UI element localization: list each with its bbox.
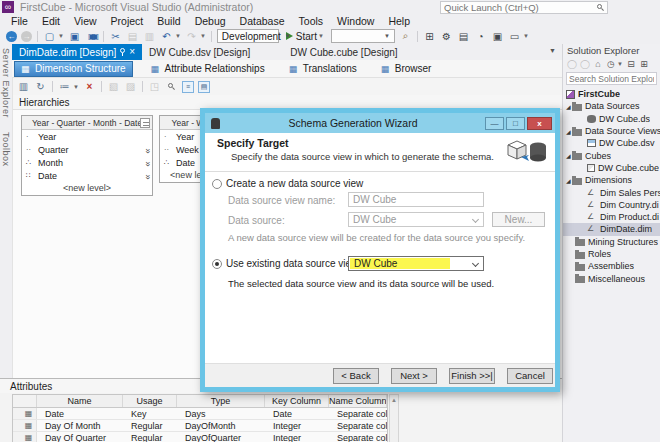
table-row[interactable]: ▦ Date Key Days Date Separate column: [13, 408, 387, 420]
show-grid-toggle-icon[interactable]: ▤: [198, 81, 210, 93]
tree-item-miscellaneous[interactable]: Miscellaneous: [563, 272, 660, 284]
radio-use-existing-dsv[interactable]: [212, 259, 222, 269]
new-file-icon[interactable]: [43, 30, 56, 43]
finish-button[interactable]: Finish >>|: [449, 368, 495, 384]
hierarchy-menu-icon[interactable]: [140, 118, 150, 128]
tab-attribute-relationships[interactable]: Attribute Relationships: [145, 61, 271, 77]
toolbar-analyzer-icon[interactable]: [474, 30, 487, 43]
tree-item-roles[interactable]: Roles: [563, 248, 660, 260]
undo-icon[interactable]: [160, 30, 173, 43]
attributes-scrollbar[interactable]: ▲: [389, 394, 399, 442]
tree-item-assemblies[interactable]: Assemblies: [563, 260, 660, 272]
zoom-mode-icon[interactable]: ▨: [124, 80, 137, 93]
paste-icon[interactable]: [143, 30, 156, 43]
tree-item-data-sources[interactable]: ◢ Data Sources: [563, 100, 660, 112]
menu-edit[interactable]: Edit: [35, 15, 67, 28]
pin-icon[interactable]: [120, 48, 125, 56]
tree-item-dim-product[interactable]: Dim Product.di: [563, 211, 660, 223]
tree-item-dim-country[interactable]: Dim Country.di: [563, 199, 660, 211]
expanded-arrow-icon[interactable]: ◢: [563, 128, 572, 135]
menu-database[interactable]: Database: [233, 15, 292, 28]
hierarchy-header[interactable]: Year - Quarter - Month - Date: [22, 116, 152, 130]
close-icon[interactable]: ×: [129, 47, 135, 57]
menu-debug[interactable]: Debug: [188, 15, 233, 28]
next-button[interactable]: Next >: [391, 368, 437, 384]
tab-translations[interactable]: Translations: [283, 61, 363, 77]
hierarchy-box-ymqd[interactable]: Year - Quarter - Month - Date · Year ·· …: [21, 115, 153, 196]
sidebar-tab-toolbox[interactable]: Toolbox: [1, 132, 11, 167]
level-row[interactable]: ·· Quarter »: [22, 143, 152, 156]
toolbar-settings-icon[interactable]: [440, 30, 453, 43]
tab-dimension-structure[interactable]: Dimension Structure: [14, 61, 133, 77]
process-icon[interactable]: ▥: [17, 80, 30, 93]
minimize-button[interactable]: —: [485, 117, 504, 130]
maximize-button[interactable]: □: [506, 117, 525, 130]
expanded-arrow-icon[interactable]: ◢: [563, 152, 572, 159]
toolbar-tool-icon[interactable]: [423, 30, 436, 43]
chevron-down-icon[interactable]: ▼: [73, 84, 79, 90]
menu-window[interactable]: Window: [330, 15, 381, 28]
quick-launch-box[interactable]: [440, 1, 608, 14]
home-icon[interactable]: ⌂: [593, 59, 603, 69]
pan-icon[interactable]: ◳: [148, 80, 161, 93]
back-icon[interactable]: ◯: [567, 59, 577, 69]
tree-item-dim-sales-person[interactable]: Dim Sales Perso: [563, 186, 660, 198]
radio-use-existing-label[interactable]: Use existing data source view: [226, 258, 358, 269]
find-icon[interactable]: [399, 30, 412, 43]
toolbar-browse-icon[interactable]: [491, 30, 504, 43]
redo-dropdown-icon[interactable]: ▼: [200, 33, 206, 39]
level-row[interactable]: ∷ Date »: [22, 169, 152, 182]
save-icon[interactable]: [68, 30, 81, 43]
pending-changes-icon[interactable]: ◷: [606, 59, 616, 69]
expanded-arrow-icon[interactable]: ◢: [563, 103, 572, 110]
tree-item-dimensions[interactable]: ◢ Dimensions: [563, 174, 660, 186]
solution-explorer-search-box[interactable]: [566, 72, 657, 85]
tab-dwcube-cube[interactable]: DW Cube.cube [Design]: [283, 44, 404, 60]
cancel-button[interactable]: Cancel: [507, 368, 553, 384]
table-row[interactable]: ▦ Day Of Quarter Regular DayOfQuarter In…: [13, 432, 387, 442]
collapse-all-icon[interactable]: ⊟: [626, 59, 636, 69]
tree-item-dwcube-cube[interactable]: DW Cube.cube: [563, 162, 660, 174]
radio-create-new-dsv[interactable]: [212, 179, 222, 189]
add-attribute-icon[interactable]: ≔: [58, 80, 71, 93]
reconnect-icon[interactable]: ↻: [34, 80, 47, 93]
table-row[interactable]: ▦ Day Of Month Regular DayOfMonth Intege…: [13, 420, 387, 432]
tree-item-firstcube[interactable]: FirstCube: [563, 88, 660, 100]
new-file-dropdown-icon[interactable]: ▼: [58, 33, 64, 39]
delete-icon[interactable]: ×: [83, 80, 96, 93]
tree-item-data-source-views[interactable]: ◢ Data Source Views: [563, 125, 660, 137]
menu-view[interactable]: View: [67, 15, 104, 28]
forward-icon[interactable]: ◯: [580, 59, 590, 69]
undo-dropdown-icon[interactable]: ▼: [175, 33, 181, 39]
level-row[interactable]: · Year: [22, 130, 152, 143]
menu-tools[interactable]: Tools: [292, 15, 331, 28]
toolbar-combo-empty[interactable]: ▼: [331, 29, 395, 43]
chevron-down-icon[interactable]: ▼: [617, 61, 623, 67]
radio-create-new-label[interactable]: Create a new data source view: [226, 178, 363, 189]
new-level-drop-target[interactable]: <new level>: [22, 182, 152, 195]
solution-configuration-combo[interactable]: Development ▼: [217, 29, 279, 43]
toolbar-toolbox-icon[interactable]: [457, 30, 470, 43]
dialog-title-bar[interactable]: Schema Generation Wizard — □ x: [205, 113, 555, 133]
save-all-icon[interactable]: [85, 30, 98, 43]
redo-icon[interactable]: [185, 30, 198, 43]
tab-list-dropdown-icon[interactable]: ▼: [549, 47, 556, 54]
expanded-arrow-icon[interactable]: ◢: [563, 177, 572, 184]
tree-item-mining-structures[interactable]: Mining Structures: [563, 236, 660, 248]
level-row[interactable]: ∴ Month »: [22, 156, 152, 169]
solution-explorer-search-input[interactable]: [567, 74, 656, 84]
menu-file[interactable]: File: [4, 15, 35, 28]
tree-item-dwcube-dsv[interactable]: DW Cube.dsv: [563, 137, 660, 149]
quick-launch-input[interactable]: [444, 2, 597, 13]
toolbar-monitor-icon[interactable]: [508, 30, 521, 43]
magnifier-icon[interactable]: [165, 80, 178, 93]
show-list-toggle-icon[interactable]: ≡: [182, 81, 194, 93]
sidebar-tab-server-explorer[interactable]: Server Explorer: [1, 48, 11, 118]
tree-item-dimdate-selected[interactable]: DimDate.dim: [563, 223, 660, 235]
navigate-forward-icon[interactable]: →: [21, 31, 32, 42]
menu-build[interactable]: Build: [150, 15, 187, 28]
close-button[interactable]: x: [527, 117, 552, 130]
tab-dwcube-dsv[interactable]: DW Cube.dsv [Design]: [142, 44, 257, 60]
navigate-back-icon[interactable]: ←: [6, 31, 17, 42]
tab-browser[interactable]: Browser: [375, 61, 438, 77]
